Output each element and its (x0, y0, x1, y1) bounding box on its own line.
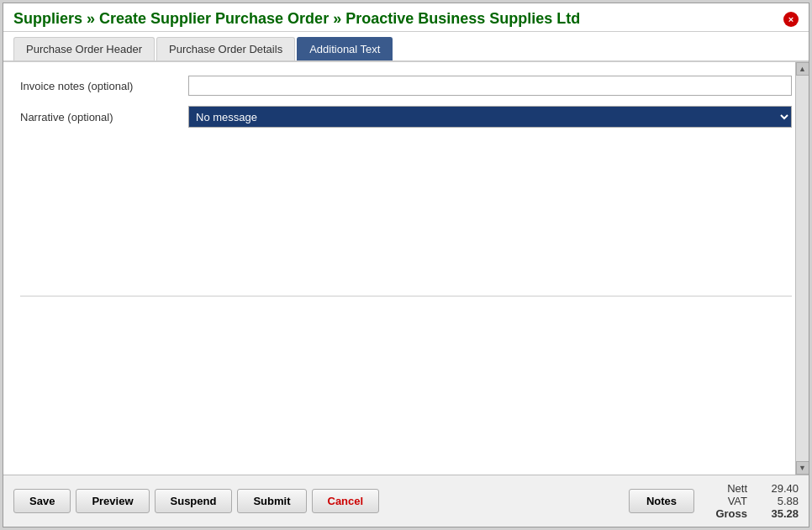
tab-purchase-order-header[interactable]: Purchase Order Header (13, 37, 155, 60)
vat-label: VAT (709, 495, 747, 507)
gross-label: Gross (709, 507, 747, 520)
gross-row: Gross 35.28 (709, 507, 799, 520)
narrative-select[interactable]: No message Option 1 Option 2 (188, 106, 792, 128)
content-wrapper: Invoice notes (optional) Narrative (opti… (3, 62, 809, 475)
gross-value: 35.28 (761, 507, 799, 520)
content-area: Invoice notes (optional) Narrative (opti… (3, 62, 809, 475)
tab-additional-text[interactable]: Additional Text (297, 37, 393, 60)
invoice-notes-label: Invoice notes (optional) (20, 80, 188, 92)
narrative-label: Narrative (optional) (20, 111, 188, 123)
main-content: Invoice notes (optional) Narrative (opti… (3, 62, 809, 475)
scroll-up-button[interactable]: ▲ (796, 62, 809, 76)
content-divider (20, 296, 792, 296)
scrollbar: ▲ ▼ (795, 62, 809, 475)
nett-label: Nett (709, 482, 747, 495)
nett-value: 29.40 (761, 482, 799, 495)
invoice-notes-row: Invoice notes (optional) (20, 76, 792, 96)
notes-button[interactable]: Notes (629, 489, 694, 513)
close-button[interactable]: × (783, 12, 799, 27)
footer: Save Preview Suspend Submit Cancel Notes… (3, 475, 809, 527)
tab-purchase-order-details[interactable]: Purchase Order Details (156, 37, 295, 60)
scroll-down-button[interactable]: ▼ (796, 461, 809, 475)
submit-button[interactable]: Submit (237, 489, 306, 513)
narrative-row: Narrative (optional) No message Option 1… (20, 106, 792, 128)
main-window: Suppliers » Create Supplier Purchase Ord… (3, 3, 809, 527)
nett-row: Nett 29.40 (709, 482, 799, 495)
tabs-bar: Purchase Order Header Purchase Order Det… (3, 32, 809, 62)
page-title: Suppliers » Create Supplier Purchase Ord… (13, 10, 580, 28)
invoice-notes-input[interactable] (188, 76, 792, 96)
title-bar: Suppliers » Create Supplier Purchase Ord… (3, 3, 809, 32)
preview-button[interactable]: Preview (76, 489, 149, 513)
totals-panel: Nett 29.40 VAT 5.88 Gross 35.28 (709, 482, 799, 520)
vat-row: VAT 5.88 (709, 495, 799, 507)
save-button[interactable]: Save (13, 489, 71, 513)
suspend-button[interactable]: Suspend (155, 489, 233, 513)
vat-value: 5.88 (761, 495, 799, 507)
cancel-button[interactable]: Cancel (312, 489, 380, 513)
